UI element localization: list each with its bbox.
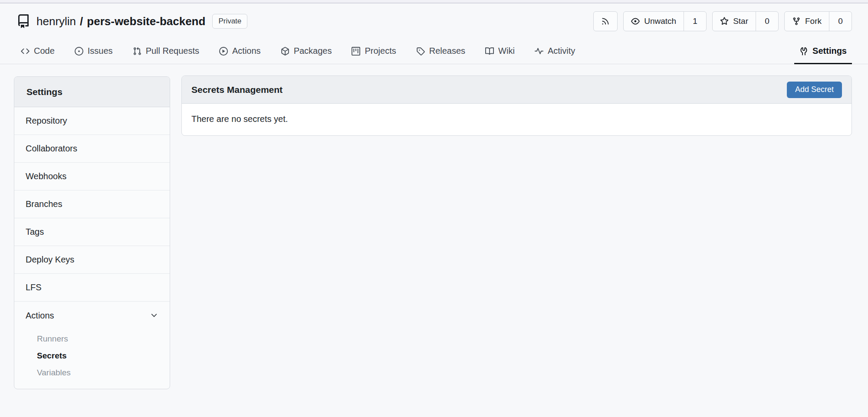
- tab-packages[interactable]: Packages: [280, 37, 333, 64]
- settings-content: Settings Repository Collaborators Webhoo…: [0, 64, 868, 389]
- add-secret-button[interactable]: Add Secret: [787, 82, 842, 98]
- tab-projects-label: Projects: [365, 46, 396, 56]
- tab-wiki[interactable]: Wiki: [484, 37, 516, 64]
- repo-owner-link[interactable]: henrylin: [36, 15, 76, 28]
- star-button-group: Star 0: [712, 11, 779, 31]
- tab-issues-label: Issues: [88, 46, 113, 56]
- project-board-icon: [352, 47, 360, 56]
- sidebar-item-deploy-keys[interactable]: Deploy Keys: [14, 246, 170, 274]
- star-count[interactable]: 0: [756, 12, 778, 31]
- unwatch-label: Unwatch: [644, 16, 676, 26]
- sidebar-item-actions-label: Actions: [26, 311, 54, 321]
- tab-code-label: Code: [34, 46, 55, 56]
- tab-settings-label: Settings: [812, 46, 847, 56]
- tab-code[interactable]: Code: [20, 37, 56, 64]
- rss-button-group: [593, 11, 618, 31]
- star-label: Star: [733, 16, 748, 26]
- fork-count[interactable]: 0: [829, 12, 852, 31]
- rss-button[interactable]: [594, 12, 617, 31]
- sidebar-item-collaborators[interactable]: Collaborators: [14, 135, 170, 163]
- tag-icon: [416, 47, 425, 56]
- tab-activity-label: Activity: [548, 46, 575, 56]
- secrets-panel-body: There are no secrets yet.: [182, 104, 852, 135]
- chevron-down-icon: [150, 311, 158, 320]
- secrets-panel-title: Secrets Management: [191, 85, 283, 95]
- fork-label: Fork: [805, 16, 822, 26]
- unwatch-button[interactable]: Unwatch: [624, 12, 684, 31]
- repo-title: henrylin / pers-website-backend: [36, 15, 205, 28]
- secrets-panel: Secrets Management Add Secret There are …: [181, 76, 852, 136]
- repo-action-buttons: Unwatch 1 Star 0 Fork 0: [593, 11, 852, 31]
- watch-button-group: Unwatch 1: [623, 11, 707, 31]
- sidebar-item-webhooks[interactable]: Webhooks: [14, 163, 170, 190]
- tab-projects[interactable]: Projects: [351, 37, 397, 64]
- tools-icon: [799, 47, 808, 56]
- tab-wiki-label: Wiki: [498, 46, 515, 56]
- eye-icon: [631, 17, 640, 26]
- fork-button[interactable]: Fork: [785, 12, 829, 31]
- tab-activity[interactable]: Activity: [534, 37, 576, 64]
- issue-opened-icon: [75, 47, 83, 56]
- sidebar-item-actions[interactable]: Actions: [14, 302, 170, 329]
- tab-releases-label: Releases: [429, 46, 465, 56]
- tab-packages-label: Packages: [294, 46, 332, 56]
- pulse-icon: [535, 47, 543, 56]
- tab-settings[interactable]: Settings: [794, 37, 852, 64]
- sidebar-item-tags[interactable]: Tags: [14, 218, 170, 246]
- sidebar-header: Settings: [14, 77, 170, 107]
- sidebar-subitem-variables[interactable]: Variables: [14, 364, 170, 381]
- play-circle-icon: [219, 47, 228, 56]
- sidebar-item-lfs[interactable]: LFS: [14, 274, 170, 302]
- sidebar-actions-submenu: Runners Secrets Variables: [14, 329, 170, 389]
- package-icon: [281, 47, 289, 56]
- repo-book-icon: [16, 14, 30, 28]
- star-button[interactable]: Star: [713, 12, 756, 31]
- watch-count[interactable]: 1: [684, 12, 706, 31]
- tab-pull-requests[interactable]: Pull Requests: [132, 37, 200, 64]
- sidebar-subitem-runners[interactable]: Runners: [14, 330, 170, 347]
- rss-icon: [601, 17, 610, 26]
- tab-releases[interactable]: Releases: [415, 37, 466, 64]
- sidebar-subitem-secrets[interactable]: Secrets: [14, 347, 170, 364]
- repo-header: henrylin / pers-website-backend Private …: [0, 3, 868, 37]
- repo-name-link[interactable]: pers-website-backend: [87, 15, 205, 28]
- git-pull-request-icon: [133, 47, 141, 56]
- repo-nav: Code Issues Pull Requests Actions Packag…: [0, 37, 868, 64]
- tab-pull-requests-label: Pull Requests: [146, 46, 199, 56]
- star-icon: [720, 17, 729, 26]
- empty-secrets-message: There are no secrets yet.: [191, 114, 288, 124]
- secrets-panel-header: Secrets Management Add Secret: [182, 76, 852, 104]
- fork-button-group: Fork 0: [784, 11, 852, 31]
- tab-issues[interactable]: Issues: [74, 37, 114, 64]
- sidebar-item-branches[interactable]: Branches: [14, 190, 170, 218]
- private-badge: Private: [212, 14, 247, 29]
- tab-actions[interactable]: Actions: [218, 37, 262, 64]
- book-open-icon: [485, 47, 494, 56]
- sidebar-item-repository[interactable]: Repository: [14, 107, 170, 135]
- git-fork-icon: [792, 17, 801, 26]
- repo-title-separator: /: [80, 15, 83, 28]
- tab-actions-label: Actions: [232, 46, 261, 56]
- code-icon: [21, 47, 30, 56]
- window-top-strip: [0, 0, 868, 3]
- settings-sidebar: Settings Repository Collaborators Webhoo…: [14, 76, 170, 389]
